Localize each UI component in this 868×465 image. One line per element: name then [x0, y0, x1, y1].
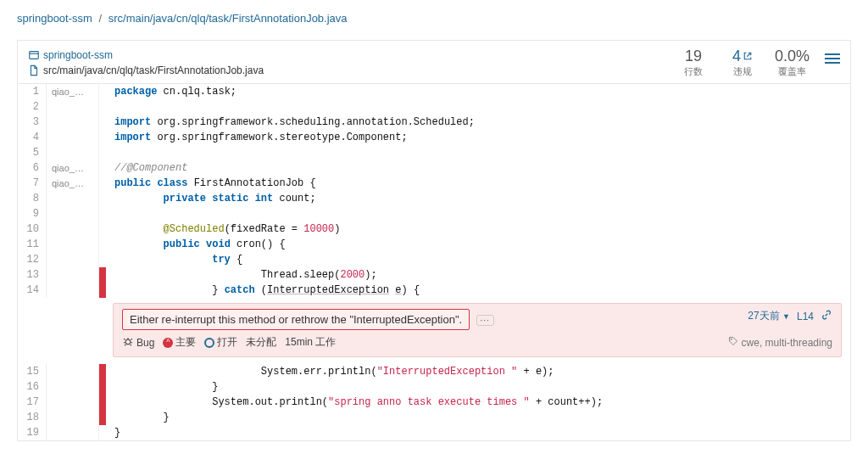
source-line[interactable]: import org.springframework.scheduling.an… — [106, 115, 850, 130]
issue-indicator — [99, 176, 106, 191]
svg-point-2 — [731, 339, 732, 340]
project-icon — [28, 49, 40, 61]
line-number[interactable]: 10 — [18, 221, 47, 237]
line-author — [47, 237, 99, 252]
issue-indicator — [99, 410, 106, 425]
line-number[interactable]: 5 — [18, 145, 47, 160]
issue-status[interactable]: 打开 — [204, 335, 237, 350]
tag-icon — [728, 336, 738, 349]
source-line[interactable]: try { — [106, 252, 850, 267]
issue-indicator — [99, 395, 106, 410]
metric-issues[interactable]: 4 违规 — [726, 48, 760, 78]
source-line[interactable] — [106, 206, 850, 221]
issue-age[interactable]: 27天前 — [748, 310, 779, 322]
issue-line-link[interactable]: L14 — [797, 311, 814, 322]
code-line: 4import org.springframework.stereotype.C… — [18, 130, 850, 145]
source-panel: springboot-ssm src/main/java/cn/qlq/task… — [17, 40, 851, 441]
issue-indicator — [99, 115, 106, 130]
issue-message[interactable]: Either re-interrupt this method or rethr… — [122, 309, 470, 330]
metric-lines-value: 19 — [685, 48, 702, 64]
issue-comments-button[interactable]: ··· — [476, 315, 494, 326]
source-line[interactable]: package cn.qlq.task; — [106, 84, 850, 99]
line-number[interactable]: 2 — [18, 99, 47, 115]
source-line[interactable]: //@Component — [106, 160, 850, 176]
issue-indicator — [99, 160, 106, 176]
line-number[interactable]: 16 — [18, 379, 47, 395]
breadcrumb-separator: / — [99, 12, 103, 25]
issue-tags[interactable]: cwe, multi-threading — [728, 336, 832, 349]
source-line[interactable]: } catch (InterruptedException e) { — [106, 283, 850, 298]
line-number[interactable]: 4 — [18, 130, 47, 145]
line-number[interactable]: 9 — [18, 206, 47, 221]
source-line[interactable] — [106, 99, 850, 115]
svg-rect-0 — [30, 52, 39, 59]
line-number[interactable]: 7 — [18, 176, 47, 191]
source-line[interactable]: public class FirstAnnotationJob { — [106, 176, 850, 191]
code-line: 3import org.springframework.scheduling.a… — [18, 115, 850, 130]
line-number[interactable]: 11 — [18, 237, 47, 252]
line-author — [47, 115, 99, 130]
line-number[interactable]: 13 — [18, 267, 47, 283]
line-number[interactable]: 18 — [18, 410, 47, 425]
issue-severity-label: 主要 — [175, 335, 196, 350]
issue-indicator — [99, 425, 106, 440]
line-author — [47, 395, 99, 410]
line-number[interactable]: 6 — [18, 160, 47, 176]
line-author — [47, 252, 99, 267]
code-line: 13 Thread.sleep(2000); — [18, 267, 850, 283]
issue-indicator — [99, 145, 106, 160]
line-number[interactable]: 8 — [18, 191, 47, 206]
line-number[interactable]: 3 — [18, 115, 47, 130]
code-line: 14 } catch (InterruptedException e) { — [18, 283, 850, 298]
code-line: 8 private static int count; — [18, 191, 850, 206]
code-line: 19} — [18, 425, 850, 440]
issue-indicator — [99, 379, 106, 395]
source-line[interactable]: } — [106, 410, 850, 425]
issue-indicator — [99, 237, 106, 252]
line-number[interactable]: 1 — [18, 84, 47, 99]
metric-issues-label: 违规 — [726, 65, 760, 78]
line-number[interactable]: 12 — [18, 252, 47, 267]
source-line[interactable] — [106, 145, 850, 160]
metric-issues-value[interactable]: 4 — [732, 48, 741, 64]
source-line[interactable]: System.err.println("InterruptedException… — [106, 364, 850, 379]
issue-assignee[interactable]: 未分配 — [246, 335, 276, 350]
line-number[interactable]: 19 — [18, 425, 47, 440]
issue-indicator — [99, 283, 106, 298]
issue-indicator — [99, 84, 106, 99]
breadcrumb-project[interactable]: springboot-ssm — [17, 12, 92, 25]
code-line: 18 } — [18, 410, 850, 425]
line-author: qiao_… — [47, 84, 99, 99]
line-author — [47, 425, 99, 440]
source-line[interactable]: } — [106, 425, 850, 440]
line-number[interactable]: 14 — [18, 283, 47, 298]
actions-menu-icon[interactable] — [825, 51, 840, 66]
source-line[interactable]: @Scheduled(fixedRate = 10000) — [106, 221, 850, 237]
status-open-icon — [204, 338, 214, 348]
code-line: 5 — [18, 145, 850, 160]
breadcrumb-file[interactable]: src/main/java/cn/qlq/task/FirstAnnotatio… — [108, 12, 348, 25]
permalink-icon[interactable] — [821, 309, 832, 323]
issue-indicator — [99, 364, 106, 379]
header-project-link[interactable]: springboot-ssm — [43, 48, 113, 63]
source-line[interactable]: Thread.sleep(2000); — [106, 267, 850, 283]
line-number[interactable]: 17 — [18, 395, 47, 410]
issue-type[interactable]: Bug — [122, 335, 154, 350]
line-author — [47, 130, 99, 145]
source-line[interactable]: System.out.println("spring anno task exe… — [106, 395, 850, 410]
source-line[interactable]: import org.springframework.stereotype.Co… — [106, 130, 850, 145]
header-file-path: src/main/java/cn/qlq/task/FirstAnnotatio… — [43, 63, 264, 78]
issue-indicator — [99, 191, 106, 206]
source-line[interactable]: private static int count; — [106, 191, 850, 206]
line-author — [47, 267, 99, 283]
line-author — [47, 221, 99, 237]
issue-indicator — [99, 221, 106, 237]
source-line[interactable]: public void cron() { — [106, 237, 850, 252]
issue-severity[interactable]: ^ 主要 — [163, 335, 196, 350]
line-author — [47, 99, 99, 115]
source-line[interactable]: } — [106, 379, 850, 395]
issue-indicator — [99, 267, 106, 283]
issue-card[interactable]: Either re-interrupt this method or rethr… — [113, 303, 842, 357]
line-number[interactable]: 15 — [18, 364, 47, 379]
line-author — [47, 145, 99, 160]
